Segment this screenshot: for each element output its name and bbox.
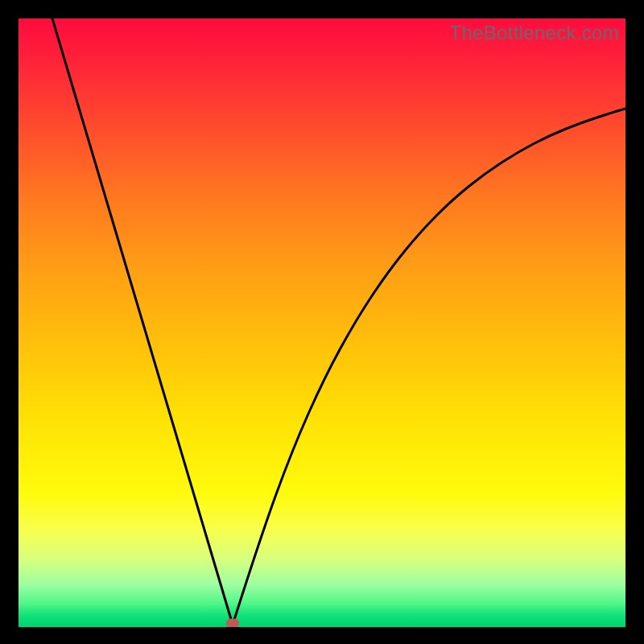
curve-canvas <box>19 19 625 627</box>
watermark-text: TheBottleneck.com <box>449 22 619 44</box>
minimum-marker <box>226 619 239 628</box>
chart-frame: TheBottleneck.com <box>19 19 625 627</box>
